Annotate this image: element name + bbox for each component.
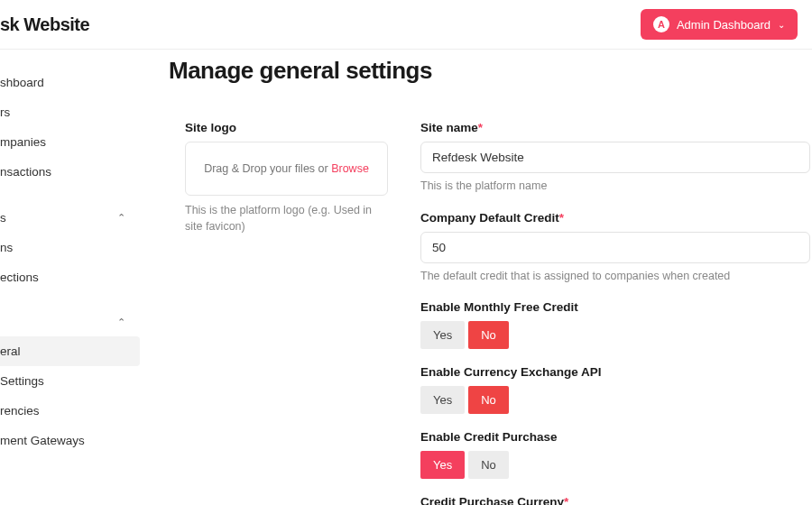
fields-column: Site name* This is the platform name Com… (420, 121, 812, 505)
sidebar-item-label: s (0, 211, 6, 225)
sidebar-item-label: Settings (0, 374, 44, 388)
sidebar-group-a-toggle[interactable]: s ⌃ (0, 203, 140, 233)
default-credit-label: Company Default Credit* (420, 211, 810, 225)
site-name-field: Site name* This is the platform name (420, 121, 810, 195)
currency-api-label: Enable Currency Exchange API (420, 365, 810, 379)
default-credit-input[interactable] (420, 232, 810, 263)
sidebar-item-payment-gateways[interactable]: ment Gateways (0, 426, 140, 455)
credit-purchase-toggle: Yes No (420, 451, 810, 479)
settings-card: Site logo Drag & Drop your files or Brow… (169, 105, 812, 505)
chevron-down-icon: ⌃ (117, 212, 129, 224)
monthly-free-field: Enable Monthly Free Credit Yes No (420, 300, 810, 349)
purchase-currency-label: Credit Purchase Curreny* (420, 495, 810, 505)
sidebar-item-label: rs (0, 106, 10, 119)
page-title: Manage general settings (169, 57, 812, 85)
purchase-currency-field: Credit Purchase Curreny* × (420, 495, 810, 505)
credit-purchase-no[interactable]: No (468, 451, 509, 479)
monthly-free-label: Enable Monthly Free Credit (420, 300, 810, 314)
sidebar-item-label: nsactions (0, 165, 51, 179)
site-name-label: Site name* (420, 121, 810, 134)
sidebar-item-general[interactable]: eral (0, 336, 140, 366)
layout: shboard rs mpanies nsactions s ⌃ ns ecti… (0, 50, 812, 505)
currency-api-no[interactable]: No (468, 386, 509, 414)
sidebar-item-label: ections (0, 271, 39, 284)
sidebar-item-settings[interactable]: Settings (0, 366, 140, 396)
site-name-hint: This is the platform name (420, 179, 810, 195)
brand-title: sk Website (0, 14, 89, 35)
sidebar-item-label: ns (0, 241, 13, 254)
currency-api-toggle: Yes No (420, 386, 810, 414)
sidebar-item-plans[interactable]: ns (0, 233, 140, 262)
sidebar-item-label: mpanies (0, 135, 46, 149)
sidebar: shboard rs mpanies nsactions s ⌃ ns ecti… (0, 50, 140, 505)
credit-purchase-yes[interactable]: Yes (420, 451, 465, 479)
sidebar-item-currencies[interactable]: rencies (0, 396, 140, 426)
admin-dashboard-label: Admin Dashboard (677, 18, 770, 32)
admin-avatar-icon: A (653, 16, 669, 32)
credit-purchase-field: Enable Credit Purchase Yes No (420, 430, 810, 479)
default-credit-hint: The default credit that is assigned to c… (420, 269, 810, 285)
sidebar-item-users[interactable]: rs (0, 97, 140, 127)
site-name-input[interactable] (420, 142, 810, 173)
monthly-free-no[interactable]: No (468, 321, 509, 349)
currency-api-field: Enable Currency Exchange API Yes No (420, 365, 810, 414)
default-credit-field: Company Default Credit* The default cred… (420, 211, 810, 285)
logo-column: Site logo Drag & Drop your files or Brow… (185, 121, 388, 505)
site-logo-label: Site logo (185, 121, 388, 134)
monthly-free-yes[interactable]: Yes (420, 321, 465, 349)
sidebar-item-label: eral (0, 344, 21, 358)
browse-link[interactable]: Browse (331, 162, 369, 175)
logo-dropzone[interactable]: Drag & Drop your files or Browse (185, 142, 388, 196)
sidebar-item-label: shboard (0, 76, 44, 89)
admin-dashboard-button[interactable]: A Admin Dashboard ⌄ (641, 9, 798, 40)
chevron-down-icon: ⌃ (117, 317, 129, 328)
credit-purchase-label: Enable Credit Purchase (420, 430, 810, 444)
sidebar-group-b-toggle[interactable]: ⌃ (0, 308, 140, 336)
logo-hint: This is the platform logo (e.g. Used in … (185, 203, 388, 234)
monthly-free-toggle: Yes No (420, 321, 810, 349)
chevron-down-icon: ⌄ (778, 20, 785, 30)
sidebar-item-label: ment Gateways (0, 434, 85, 447)
main-content: Manage general settings Site logo Drag &… (140, 50, 812, 505)
currency-api-yes[interactable]: Yes (420, 386, 465, 414)
sidebar-item-companies[interactable]: mpanies (0, 127, 140, 157)
sidebar-item-dashboard[interactable]: shboard (0, 68, 140, 97)
dropzone-text: Drag & Drop your files or (204, 162, 331, 175)
sidebar-item-label: rencies (0, 404, 40, 418)
sidebar-item-transactions[interactable]: nsactions (0, 157, 140, 187)
sidebar-item-sections[interactable]: ections (0, 262, 140, 292)
app-header: sk Website A Admin Dashboard ⌄ (0, 0, 812, 50)
